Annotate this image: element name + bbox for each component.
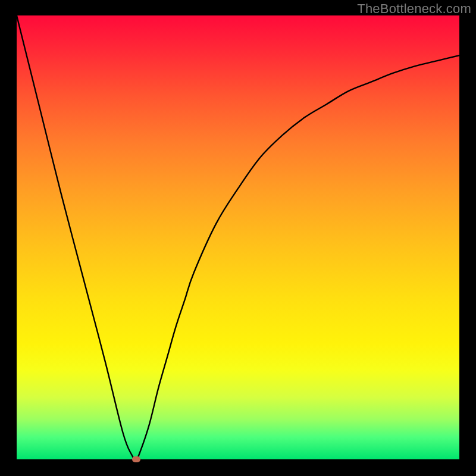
watermark-text: TheBottleneck.com bbox=[357, 1, 471, 17]
bottleneck-curve bbox=[17, 15, 459, 459]
minimum-marker bbox=[132, 456, 140, 462]
plot-area bbox=[17, 15, 459, 459]
chart-frame: TheBottleneck.com bbox=[0, 0, 476, 476]
